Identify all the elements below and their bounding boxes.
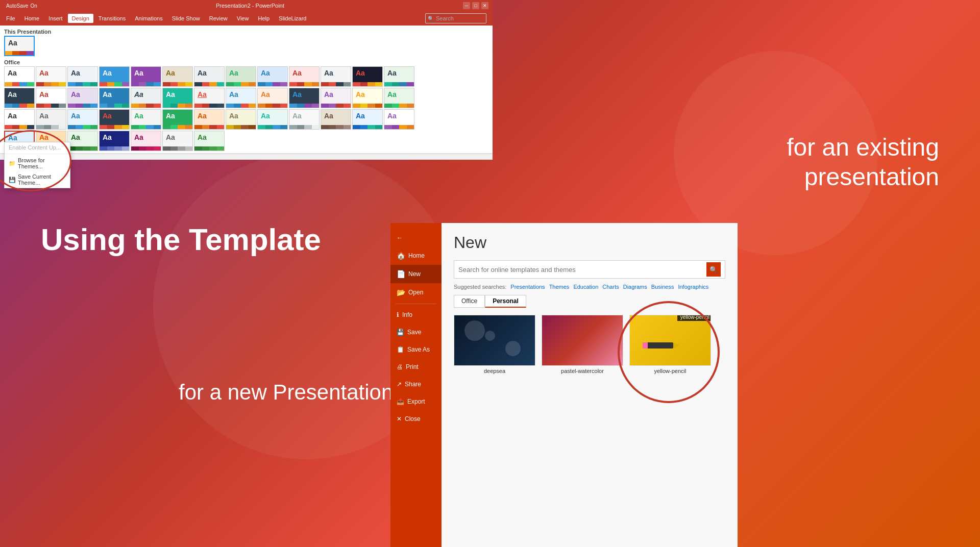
theme-item[interactable]: Aa xyxy=(384,88,414,108)
template-watercolor[interactable]: pastel-watercolor xyxy=(542,315,623,374)
theme-item[interactable]: Aa xyxy=(131,88,161,108)
menu-transitions[interactable]: Transitions xyxy=(94,14,130,23)
menu-view[interactable]: View xyxy=(233,14,253,23)
theme-item[interactable]: Aa xyxy=(194,66,225,87)
theme-item[interactable]: Aa xyxy=(99,131,130,151)
theme-item[interactable]: Aa xyxy=(4,66,35,87)
close-nav-icon: ✕ xyxy=(397,415,402,422)
theme-item[interactable]: Aa xyxy=(67,88,98,108)
theme-item[interactable]: Aa xyxy=(321,66,351,87)
close-button[interactable]: ✕ xyxy=(481,2,488,9)
sidebar-saveas[interactable]: 📋 Save As xyxy=(390,341,442,358)
sidebar-info[interactable]: ℹ Info xyxy=(390,306,442,324)
sidebar-home-label: Home xyxy=(408,252,425,259)
save-theme-item[interactable]: 💾 Save Current Theme... xyxy=(5,171,70,188)
sidebar-new[interactable]: 📄 New xyxy=(390,265,442,283)
theme-item[interactable]: Aa xyxy=(352,88,383,108)
theme-item[interactable]: Aa xyxy=(131,131,161,151)
sidebar-save[interactable]: 💾 Save xyxy=(390,324,442,341)
maximize-button[interactable]: □ xyxy=(472,2,479,9)
theme-current[interactable]: Aa xyxy=(4,36,35,56)
theme-item[interactable]: Aa xyxy=(162,131,193,151)
theme-item[interactable]: Aa xyxy=(99,66,130,87)
menu-insert[interactable]: Insert xyxy=(44,14,67,23)
suggested-business[interactable]: Business xyxy=(651,284,674,290)
sidebar-home[interactable]: 🏠 Home xyxy=(390,246,442,265)
ribbon-search-box[interactable]: 🔍 Search xyxy=(425,13,486,23)
theme-item[interactable]: Aa xyxy=(99,109,130,130)
template-name-watercolor: pastel-watercolor xyxy=(542,368,623,374)
theme-item[interactable]: Aa xyxy=(352,66,383,87)
theme-item[interactable]: Aa xyxy=(67,109,98,130)
theme-item[interactable]: Aa xyxy=(4,109,35,130)
menu-slidelizard[interactable]: SlideLizard xyxy=(275,14,310,23)
theme-item[interactable]: Aa xyxy=(194,88,225,108)
menu-help[interactable]: Help xyxy=(254,14,274,23)
menu-review[interactable]: Review xyxy=(205,14,232,23)
minimize-button[interactable]: ─ xyxy=(463,2,470,9)
theme-item[interactable]: Aa xyxy=(384,109,414,130)
theme-item[interactable]: Aa xyxy=(257,66,288,87)
theme-item[interactable]: Aa xyxy=(36,88,66,108)
theme-item[interactable]: Aa xyxy=(162,66,193,87)
suggested-charts[interactable]: Charts xyxy=(602,284,619,290)
sidebar-open[interactable]: 📂 Open xyxy=(390,283,442,302)
theme-item[interactable]: Aa xyxy=(194,131,225,151)
browse-themes-item[interactable]: 📁 Browse for Themes... xyxy=(5,155,70,171)
theme-item[interactable]: Aa xyxy=(67,131,98,151)
filter-personal[interactable]: Personal xyxy=(485,295,526,308)
suggested-themes[interactable]: Themes xyxy=(549,284,570,290)
menu-slideshow[interactable]: Slide Show xyxy=(168,14,204,23)
theme-item[interactable]: Aa xyxy=(289,66,320,87)
theme-item[interactable]: Aa xyxy=(162,88,193,108)
suggested-infographics[interactable]: Infographics xyxy=(678,284,708,290)
theme-item[interactable]: Aa xyxy=(162,109,193,130)
theme-item[interactable]: Aa xyxy=(226,109,256,130)
suggested-education[interactable]: Education xyxy=(573,284,598,290)
share-icon: ↗ xyxy=(397,381,402,388)
theme-item[interactable]: Aa xyxy=(289,109,320,130)
suggested-presentations[interactable]: Presentations xyxy=(510,284,545,290)
sidebar-share[interactable]: ↗ Share xyxy=(390,376,442,393)
theme-item[interactable]: Aa xyxy=(4,88,35,108)
filter-office[interactable]: Office xyxy=(454,295,485,308)
theme-item[interactable]: Aa xyxy=(257,88,288,108)
theme-item[interactable]: Aa xyxy=(384,66,414,87)
theme-item[interactable]: Aa xyxy=(352,109,383,130)
sidebar-back-button[interactable]: ← xyxy=(390,229,442,246)
menu-file[interactable]: File xyxy=(2,14,19,23)
browse-icon: 📁 xyxy=(9,160,16,167)
theme-item[interactable]: Aa xyxy=(226,66,256,87)
sidebar-print[interactable]: 🖨 Print xyxy=(390,358,442,376)
autosave-toggle[interactable]: On xyxy=(30,3,37,9)
theme-item[interactable]: Aa xyxy=(36,66,66,87)
dialog-title: New xyxy=(454,233,725,252)
template-search-button[interactable]: 🔍 xyxy=(706,262,721,277)
template-deepsea[interactable]: deepsea xyxy=(454,315,535,374)
enable-content-item[interactable]: Enable Content Up... xyxy=(5,142,70,153)
theme-item[interactable]: Aa xyxy=(131,66,161,87)
horizontal-scrollbar[interactable] xyxy=(0,154,493,160)
menu-animations[interactable]: Animations xyxy=(131,14,166,23)
theme-item[interactable]: Aa xyxy=(36,109,66,130)
template-pencil[interactable]: yellow-pencil 📌 yellow-pencil xyxy=(629,315,711,374)
theme-item[interactable]: Aa xyxy=(257,109,288,130)
template-search-input[interactable] xyxy=(458,266,706,274)
sidebar-export[interactable]: 📤 Export xyxy=(390,393,442,410)
suggested-diagrams[interactable]: Diagrams xyxy=(623,284,647,290)
window-controls: ─ □ ✕ xyxy=(463,2,488,9)
browse-themes-text: Browse for Themes... xyxy=(18,157,66,169)
theme-item[interactable]: Aa xyxy=(67,66,98,87)
theme-item[interactable]: Aa xyxy=(131,109,161,130)
menu-home[interactable]: Home xyxy=(20,14,43,23)
menu-design[interactable]: Design xyxy=(68,14,93,23)
theme-item[interactable]: Aa xyxy=(226,88,256,108)
theme-item[interactable]: Aa xyxy=(99,88,130,108)
theme-item[interactable]: Aa xyxy=(194,109,225,130)
bubble-1 xyxy=(464,320,485,341)
theme-item[interactable]: Aa xyxy=(289,88,320,108)
sidebar-close[interactable]: ✕ Close xyxy=(390,410,442,428)
theme-item[interactable]: Aa xyxy=(321,109,351,130)
themes-row-2: Aa Aa Aa Aa Aa Aa Aa Aa Aa Aa Aa Aa Aa xyxy=(4,88,488,108)
theme-item[interactable]: Aa xyxy=(321,88,351,108)
